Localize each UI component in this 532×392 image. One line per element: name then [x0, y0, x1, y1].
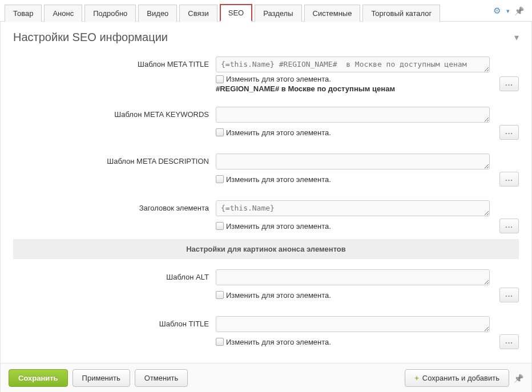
tab-system[interactable]: Системные [304, 5, 361, 22]
tab-video[interactable]: Видео [138, 5, 177, 22]
checkbox-label-meta-title: Изменить для этого элемента. [226, 75, 331, 83]
label-title-tpl: Шаблон TITLE [13, 316, 216, 328]
row-title-tpl: Шаблон TITLE Изменить для этого элемента… [13, 316, 519, 349]
gear-icon[interactable] [493, 6, 501, 16]
label-meta-description: Шаблон META DESCRIPTION [13, 153, 216, 165]
preview-meta-title: #REGION_NAME# в Москве по доступным цена… [216, 84, 496, 93]
settings-caret-icon[interactable] [505, 6, 510, 15]
input-meta-title[interactable] [216, 56, 490, 72]
cancel-button[interactable]: Отменить [135, 369, 188, 387]
plus-icon: + [414, 374, 419, 382]
label-element-title: Заголовок элемента [13, 200, 216, 212]
checkbox-title-tpl[interactable] [216, 338, 224, 346]
seo-panel: Настройки SEO информации Шаблон META TIT… [0, 22, 532, 392]
tab-announce[interactable]: Анонс [44, 5, 82, 22]
checkbox-alt[interactable] [216, 291, 224, 299]
form-body: Шаблон META TITLE Изменить для этого эле… [1, 51, 531, 363]
input-meta-description[interactable] [216, 153, 490, 169]
more-btn-alt[interactable] [499, 288, 519, 302]
checkbox-element-title[interactable] [216, 222, 224, 230]
apply-button[interactable]: Применить [72, 369, 130, 387]
panel-header: Настройки SEO информации [1, 22, 531, 51]
row-element-title: Заголовок элемента Изменить для этого эл… [13, 200, 519, 233]
save-button[interactable]: Сохранить [9, 369, 68, 387]
label-meta-keywords: Шаблон META KEYWORDS [13, 107, 216, 119]
footer-pin-icon[interactable] [514, 374, 523, 383]
checkbox-meta-keywords[interactable] [216, 128, 224, 136]
footer-actions: Сохранить Применить Отменить +Сохранить … [1, 363, 531, 392]
checkbox-meta-title[interactable] [216, 75, 224, 83]
tab-product[interactable]: Товар [5, 5, 42, 22]
more-btn-element-title[interactable] [499, 219, 519, 233]
tab-sections[interactable]: Разделы [255, 5, 301, 22]
label-alt: Шаблон ALT [13, 269, 216, 281]
checkbox-label-title-tpl: Изменить для этого элемента. [226, 338, 331, 346]
more-btn-meta-keywords[interactable] [499, 125, 519, 140]
tabs-container: Товар Анонс Подробно Видео Связи SEO Раз… [0, 0, 532, 22]
tab-catalog[interactable]: Торговый каталог [362, 5, 440, 22]
checkbox-label-alt: Изменить для этого элемента. [226, 291, 331, 300]
more-btn-title-tpl[interactable] [499, 334, 519, 349]
checkbox-label-meta-keywords: Изменить для этого элемента. [226, 128, 331, 137]
row-alt: Шаблон ALT Изменить для этого элемента. [13, 269, 519, 302]
input-meta-keywords[interactable] [216, 107, 490, 123]
panel-title: Настройки SEO информации [13, 31, 168, 44]
pin-icon[interactable] [514, 6, 524, 15]
save-and-add-button[interactable]: +Сохранить и добавить [405, 369, 509, 387]
checkbox-label-element-title: Изменить для этого элемента. [226, 222, 331, 231]
label-meta-title: Шаблон META TITLE [13, 56, 216, 68]
section-heading-images: Настройки для картинок анонса элементов [13, 239, 519, 259]
row-meta-description: Шаблон META DESCRIPTION Изменить для это… [13, 153, 519, 187]
row-meta-title: Шаблон META TITLE Изменить для этого эле… [13, 56, 519, 93]
checkbox-label-meta-description: Изменить для этого элемента. [226, 175, 331, 184]
more-btn-meta-title[interactable] [499, 76, 519, 91]
input-element-title[interactable] [216, 200, 490, 216]
more-btn-meta-description[interactable] [499, 172, 519, 187]
tab-seo[interactable]: SEO [220, 4, 252, 22]
checkbox-meta-description[interactable] [216, 175, 224, 183]
collapse-icon[interactable] [514, 32, 519, 43]
row-meta-keywords: Шаблон META KEYWORDS Изменить для этого … [13, 107, 519, 140]
tab-detail[interactable]: Подробно [84, 5, 136, 22]
input-title-tpl[interactable] [216, 316, 490, 332]
tab-relations[interactable]: Связи [179, 5, 217, 22]
input-alt[interactable] [216, 269, 490, 285]
